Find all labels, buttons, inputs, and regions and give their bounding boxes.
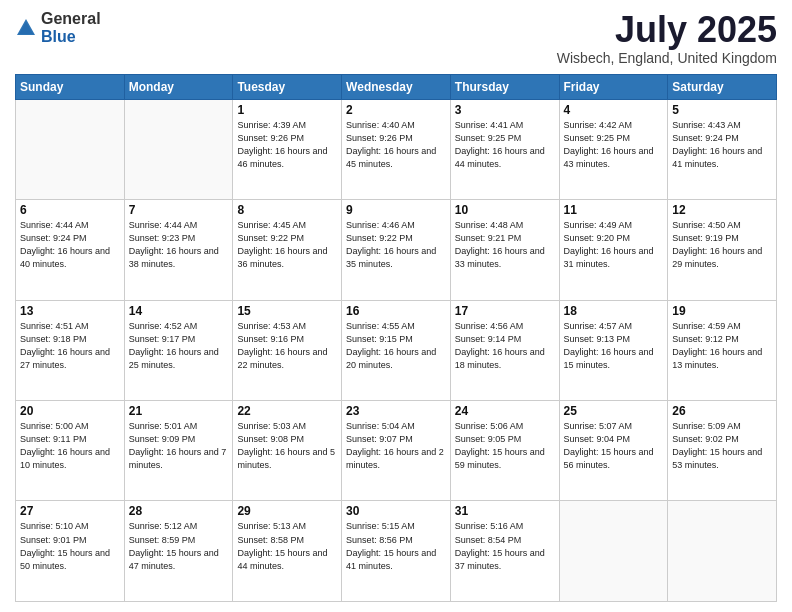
day-info: Sunrise: 5:10 AM Sunset: 9:01 PM Dayligh… [20, 520, 120, 572]
calendar-cell-w5-d3: 29Sunrise: 5:13 AM Sunset: 8:58 PM Dayli… [233, 501, 342, 602]
calendar-cell-w4-d5: 24Sunrise: 5:06 AM Sunset: 9:05 PM Dayli… [450, 401, 559, 501]
day-number: 17 [455, 304, 555, 318]
calendar-cell-w1-d1 [16, 99, 125, 199]
day-info: Sunrise: 4:39 AM Sunset: 9:26 PM Dayligh… [237, 119, 337, 171]
day-info: Sunrise: 4:51 AM Sunset: 9:18 PM Dayligh… [20, 320, 120, 372]
calendar-cell-w1-d7: 5Sunrise: 4:43 AM Sunset: 9:24 PM Daylig… [668, 99, 777, 199]
day-number: 2 [346, 103, 446, 117]
header-monday: Monday [124, 74, 233, 99]
logo: General Blue [15, 10, 101, 46]
day-number: 10 [455, 203, 555, 217]
calendar-cell-w2-d6: 11Sunrise: 4:49 AM Sunset: 9:20 PM Dayli… [559, 200, 668, 300]
day-info: Sunrise: 5:04 AM Sunset: 9:07 PM Dayligh… [346, 420, 446, 472]
day-number: 21 [129, 404, 229, 418]
calendar-cell-w3-d6: 18Sunrise: 4:57 AM Sunset: 9:13 PM Dayli… [559, 300, 668, 400]
logo-icon [15, 17, 37, 39]
day-number: 16 [346, 304, 446, 318]
header-thursday: Thursday [450, 74, 559, 99]
day-info: Sunrise: 4:44 AM Sunset: 9:24 PM Dayligh… [20, 219, 120, 271]
week-row-5: 27Sunrise: 5:10 AM Sunset: 9:01 PM Dayli… [16, 501, 777, 602]
calendar-cell-w2-d2: 7Sunrise: 4:44 AM Sunset: 9:23 PM Daylig… [124, 200, 233, 300]
calendar-cell-w2-d1: 6Sunrise: 4:44 AM Sunset: 9:24 PM Daylig… [16, 200, 125, 300]
day-number: 22 [237, 404, 337, 418]
calendar-cell-w1-d6: 4Sunrise: 4:42 AM Sunset: 9:25 PM Daylig… [559, 99, 668, 199]
calendar-cell-w3-d1: 13Sunrise: 4:51 AM Sunset: 9:18 PM Dayli… [16, 300, 125, 400]
day-info: Sunrise: 4:43 AM Sunset: 9:24 PM Dayligh… [672, 119, 772, 171]
day-number: 27 [20, 504, 120, 518]
day-number: 4 [564, 103, 664, 117]
day-info: Sunrise: 4:45 AM Sunset: 9:22 PM Dayligh… [237, 219, 337, 271]
calendar-cell-w1-d2 [124, 99, 233, 199]
day-number: 3 [455, 103, 555, 117]
day-info: Sunrise: 4:44 AM Sunset: 9:23 PM Dayligh… [129, 219, 229, 271]
day-info: Sunrise: 5:03 AM Sunset: 9:08 PM Dayligh… [237, 420, 337, 472]
day-number: 24 [455, 404, 555, 418]
calendar-cell-w2-d3: 8Sunrise: 4:45 AM Sunset: 9:22 PM Daylig… [233, 200, 342, 300]
day-number: 11 [564, 203, 664, 217]
calendar-cell-w5-d2: 28Sunrise: 5:12 AM Sunset: 8:59 PM Dayli… [124, 501, 233, 602]
day-number: 1 [237, 103, 337, 117]
day-number: 20 [20, 404, 120, 418]
day-info: Sunrise: 5:15 AM Sunset: 8:56 PM Dayligh… [346, 520, 446, 572]
calendar: Sunday Monday Tuesday Wednesday Thursday… [15, 74, 777, 602]
day-info: Sunrise: 5:12 AM Sunset: 8:59 PM Dayligh… [129, 520, 229, 572]
calendar-cell-w4-d7: 26Sunrise: 5:09 AM Sunset: 9:02 PM Dayli… [668, 401, 777, 501]
day-info: Sunrise: 5:07 AM Sunset: 9:04 PM Dayligh… [564, 420, 664, 472]
calendar-cell-w3-d7: 19Sunrise: 4:59 AM Sunset: 9:12 PM Dayli… [668, 300, 777, 400]
calendar-cell-w2-d4: 9Sunrise: 4:46 AM Sunset: 9:22 PM Daylig… [342, 200, 451, 300]
calendar-cell-w2-d7: 12Sunrise: 4:50 AM Sunset: 9:19 PM Dayli… [668, 200, 777, 300]
calendar-cell-w1-d4: 2Sunrise: 4:40 AM Sunset: 9:26 PM Daylig… [342, 99, 451, 199]
day-info: Sunrise: 5:09 AM Sunset: 9:02 PM Dayligh… [672, 420, 772, 472]
calendar-cell-w4-d1: 20Sunrise: 5:00 AM Sunset: 9:11 PM Dayli… [16, 401, 125, 501]
day-number: 19 [672, 304, 772, 318]
calendar-cell-w5-d5: 31Sunrise: 5:16 AM Sunset: 8:54 PM Dayli… [450, 501, 559, 602]
day-number: 30 [346, 504, 446, 518]
day-info: Sunrise: 4:52 AM Sunset: 9:17 PM Dayligh… [129, 320, 229, 372]
day-number: 7 [129, 203, 229, 217]
week-row-2: 6Sunrise: 4:44 AM Sunset: 9:24 PM Daylig… [16, 200, 777, 300]
day-info: Sunrise: 4:41 AM Sunset: 9:25 PM Dayligh… [455, 119, 555, 171]
header-wednesday: Wednesday [342, 74, 451, 99]
day-number: 6 [20, 203, 120, 217]
week-row-1: 1Sunrise: 4:39 AM Sunset: 9:26 PM Daylig… [16, 99, 777, 199]
header-friday: Friday [559, 74, 668, 99]
day-number: 28 [129, 504, 229, 518]
page: General Blue July 2025 Wisbech, England,… [0, 0, 792, 612]
day-number: 12 [672, 203, 772, 217]
day-info: Sunrise: 4:49 AM Sunset: 9:20 PM Dayligh… [564, 219, 664, 271]
logo-text: General Blue [41, 10, 101, 46]
day-info: Sunrise: 4:55 AM Sunset: 9:15 PM Dayligh… [346, 320, 446, 372]
day-number: 13 [20, 304, 120, 318]
calendar-cell-w5-d6 [559, 501, 668, 602]
calendar-cell-w3-d3: 15Sunrise: 4:53 AM Sunset: 9:16 PM Dayli… [233, 300, 342, 400]
calendar-cell-w5-d1: 27Sunrise: 5:10 AM Sunset: 9:01 PM Dayli… [16, 501, 125, 602]
calendar-cell-w4-d4: 23Sunrise: 5:04 AM Sunset: 9:07 PM Dayli… [342, 401, 451, 501]
weekday-header-row: Sunday Monday Tuesday Wednesday Thursday… [16, 74, 777, 99]
title-block: July 2025 Wisbech, England, United Kingd… [557, 10, 777, 66]
day-number: 31 [455, 504, 555, 518]
day-number: 29 [237, 504, 337, 518]
day-number: 26 [672, 404, 772, 418]
day-number: 25 [564, 404, 664, 418]
day-info: Sunrise: 4:48 AM Sunset: 9:21 PM Dayligh… [455, 219, 555, 271]
logo-blue: Blue [41, 28, 76, 45]
day-info: Sunrise: 5:16 AM Sunset: 8:54 PM Dayligh… [455, 520, 555, 572]
week-row-3: 13Sunrise: 4:51 AM Sunset: 9:18 PM Dayli… [16, 300, 777, 400]
header-sunday: Sunday [16, 74, 125, 99]
day-info: Sunrise: 5:06 AM Sunset: 9:05 PM Dayligh… [455, 420, 555, 472]
day-info: Sunrise: 5:01 AM Sunset: 9:09 PM Dayligh… [129, 420, 229, 472]
month-title: July 2025 [557, 10, 777, 50]
logo-general: General [41, 10, 101, 27]
day-info: Sunrise: 4:46 AM Sunset: 9:22 PM Dayligh… [346, 219, 446, 271]
day-info: Sunrise: 5:00 AM Sunset: 9:11 PM Dayligh… [20, 420, 120, 472]
location: Wisbech, England, United Kingdom [557, 50, 777, 66]
header-tuesday: Tuesday [233, 74, 342, 99]
calendar-cell-w3-d2: 14Sunrise: 4:52 AM Sunset: 9:17 PM Dayli… [124, 300, 233, 400]
header-saturday: Saturday [668, 74, 777, 99]
day-number: 23 [346, 404, 446, 418]
day-number: 14 [129, 304, 229, 318]
day-info: Sunrise: 4:53 AM Sunset: 9:16 PM Dayligh… [237, 320, 337, 372]
day-info: Sunrise: 4:40 AM Sunset: 9:26 PM Dayligh… [346, 119, 446, 171]
calendar-cell-w1-d5: 3Sunrise: 4:41 AM Sunset: 9:25 PM Daylig… [450, 99, 559, 199]
day-info: Sunrise: 4:50 AM Sunset: 9:19 PM Dayligh… [672, 219, 772, 271]
